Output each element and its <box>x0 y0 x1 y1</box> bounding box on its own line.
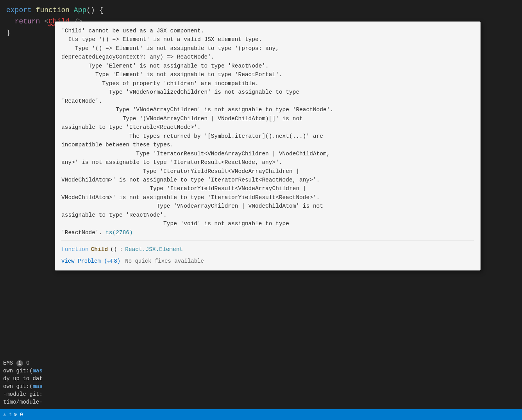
sig-keyword-function: function <box>61 245 89 254</box>
tooltip-footer: View Problem (↵F8) No quick fixes availa… <box>61 256 474 266</box>
git-line-5: -module git: <box>0 390 63 398</box>
sig-function-name: Child <box>91 245 108 254</box>
closing-brace: } <box>6 27 11 39</box>
error-line-14: incompatible between these types. <box>61 141 474 149</box>
git-line-2: own git:(mas <box>0 367 63 375</box>
error-line-7: Types of property 'children' are incompa… <box>61 79 474 88</box>
error-line-22: assignable to type 'ReactNode'. <box>61 211 474 219</box>
error-line-2: Its type '() => Element' is not a valid … <box>61 35 474 44</box>
code-line-1: export function App() { <box>0 5 522 16</box>
error-line-4: deprecatedLegacyContext?: any) => ReactN… <box>61 53 474 61</box>
error-line-17: Type 'IteratorYieldResult<VNodeArrayChil… <box>61 167 474 176</box>
error-line-6: Type 'Element' is not assignable to type… <box>61 70 474 79</box>
function-name-app: App <box>74 5 86 16</box>
error-line-11: Type '(VNodeArrayChildren | VNodeChildAt… <box>61 114 474 123</box>
error-line-23: Type 'void' is not assignable to type <box>61 219 474 228</box>
warning-label: ⊘ 0 <box>14 411 23 418</box>
error-line-13: The types returned by '[Symbol.iterator]… <box>61 132 474 141</box>
keyword-function: function <box>36 5 74 16</box>
error-line-9: 'ReactNode'. <box>61 97 474 105</box>
error-line-18: VNodeChildAtom>' is not assignable to ty… <box>61 176 474 184</box>
git-line-6: timo/module- <box>0 398 63 406</box>
git-line-3: dy up to dat <box>0 375 63 383</box>
error-line-19: Type 'IteratorYieldResult<VNodeArrayChil… <box>61 184 474 193</box>
error-label: ⚠ 1 <box>3 411 12 418</box>
status-bar: ⚠ 1 ⊘ 0 <box>0 409 522 420</box>
git-terminal-area: EMS 1 O own git:(mas dy up to dat own gi… <box>0 356 63 409</box>
view-problem-link[interactable]: View Problem (↵F8) <box>61 257 120 266</box>
function-signature: function Child () : React.JSX.Element <box>61 244 474 255</box>
keyword-return: return <box>6 16 44 27</box>
error-line-24: 'ReactNode'. ts(2786) <box>61 228 474 237</box>
error-line-8: Type 'VNodeNormalizedChildren' is not as… <box>61 88 474 96</box>
error-tooltip: 'Child' cannot be used as a JSX componen… <box>55 21 481 271</box>
git-line-4: own git:(mas <box>0 383 63 390</box>
error-line-20: VNodeChildAtom>' is not assignable to ty… <box>61 193 474 202</box>
sig-params: () <box>110 245 117 254</box>
error-line-15: Type 'IteratorResult<VNodeArrayChildren … <box>61 149 474 158</box>
function-params: () { <box>86 5 103 16</box>
sig-colon: : <box>120 245 123 254</box>
keyword-export: export <box>6 5 36 16</box>
error-line-12: assignable to type 'Iterable<ReactNode>'… <box>61 123 474 132</box>
error-line-3: Type '() => Element' is not assignable t… <box>61 44 474 53</box>
error-count-badge[interactable]: ⚠ 1 ⊘ 0 <box>3 411 23 418</box>
error-line-5: Type 'Element' is not assignable to type… <box>61 62 474 70</box>
error-line-10: Type 'VNodeArrayChildren' is not assigna… <box>61 105 474 114</box>
error-line-1: 'Child' cannot be used as a JSX componen… <box>61 27 474 35</box>
error-message-body: 'Child' cannot be used as a JSX componen… <box>61 27 474 237</box>
tag-open-bracket: < <box>44 16 48 27</box>
sig-return-type: React.JSX.Element <box>125 245 183 254</box>
tooltip-divider <box>61 240 474 240</box>
git-line-1: EMS 1 O <box>0 359 63 367</box>
error-line-21: Type 'VNodeArrayChildren | VNodeChildAto… <box>61 202 474 210</box>
no-quick-fixes-label: No quick fixes available <box>125 257 204 266</box>
error-line-16: any>' is not assignable to type 'Iterato… <box>61 158 474 167</box>
